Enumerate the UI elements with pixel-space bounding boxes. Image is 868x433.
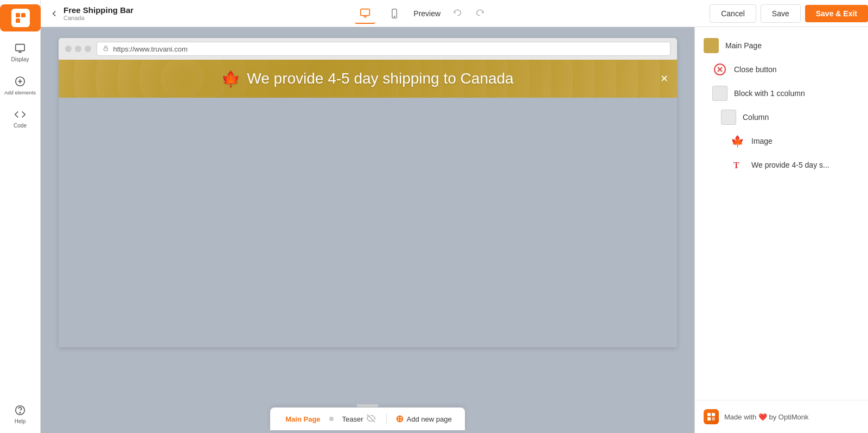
right-panel: Elements Main Page Close button Block (694, 0, 868, 433)
optimonk-footer-text: Made with ❤️ by OptiMonk (724, 413, 808, 421)
header-center: Preview (133, 3, 710, 24)
save-exit-button[interactable]: Save & Exit (805, 5, 868, 22)
block-1col-label: Block with 1 ccolumn (734, 89, 805, 98)
optimonk-footer: Made with ❤️ by OptiMonk (695, 400, 868, 433)
add-page-plus-icon: ⊕ (395, 413, 404, 425)
main-page-tab-label: Main Page (285, 415, 320, 423)
browser-dot-3 (85, 46, 91, 52)
tab-divider (386, 413, 387, 424)
canada-flag-emoji: 🍁 (221, 70, 240, 88)
header-right-actions: Cancel Save Save & Exit (710, 4, 868, 23)
tab-teaser[interactable]: Teaser (334, 411, 384, 428)
scroll-handle (41, 401, 694, 407)
block-1col-icon (712, 86, 727, 101)
sidebar-add-elements-label: Add elements (4, 90, 36, 95)
shipping-bar-message: 🍁 We provide 4-5 day shipping to Canada (221, 70, 513, 88)
app-logo-icon (11, 9, 30, 27)
sidebar-help-label: Help (15, 418, 26, 424)
element-main-page[interactable]: Main Page (695, 34, 868, 58)
main-page-label: Main Page (725, 41, 762, 50)
element-close-button[interactable]: Close button (695, 58, 868, 81)
shipping-bar-text: We provide 4-5 day shipping to Canada (247, 70, 513, 87)
left-sidebar: Display Add elements Code Help (0, 0, 41, 433)
svg-rect-3 (21, 18, 25, 23)
svg-rect-0 (16, 13, 20, 17)
svg-rect-1 (21, 13, 25, 17)
header-title: Free Shipping Bar (63, 5, 133, 15)
svg-point-16 (394, 16, 395, 16)
top-header: Free Shipping Bar Canada Preview (41, 0, 868, 27)
svg-rect-24 (712, 413, 715, 416)
bottom-tabs-inner: Main Page Teaser ⊕ Add new page (270, 407, 464, 430)
sidebar-item-code[interactable]: Code (0, 102, 40, 135)
sidebar-item-help[interactable]: Help (14, 404, 26, 424)
cancel-button[interactable]: Cancel (710, 4, 756, 23)
text-icon: T (730, 157, 745, 173)
svg-text:T: T (733, 160, 739, 170)
main-page-icon (704, 38, 719, 53)
element-column[interactable]: Column (695, 105, 868, 129)
browser-dot-2 (75, 46, 81, 52)
image-label: Image (751, 137, 773, 145)
lock-icon (103, 45, 109, 53)
svg-point-11 (20, 412, 20, 413)
undo-redo-controls (449, 5, 488, 22)
column-icon (721, 110, 736, 125)
shipping-bar: 🍁 We provide 4-5 day shipping to Canada … (59, 60, 677, 98)
shipping-bar-close-button[interactable]: ✕ (660, 73, 668, 85)
save-button[interactable]: Save (761, 4, 801, 23)
svg-rect-17 (104, 48, 107, 50)
svg-rect-23 (707, 413, 711, 416)
tab-main-page[interactable]: Main Page (277, 412, 329, 426)
preview-label: Preview (413, 9, 441, 18)
element-text[interactable]: T We provide 4-5 day s... (695, 153, 868, 177)
close-button-icon (712, 62, 727, 77)
elements-list: Main Page Close button Block with 1 ccol… (695, 27, 868, 400)
close-button-label: Close button (734, 65, 777, 74)
sidebar-code-label: Code (14, 123, 27, 129)
bottom-tabs: Main Page Teaser ⊕ Add new page (41, 403, 694, 433)
svg-rect-12 (361, 9, 370, 15)
header-subtitle: Canada (63, 15, 133, 21)
svg-rect-4 (16, 44, 25, 51)
text-label: We provide 4-5 day s... (751, 161, 829, 169)
browser-dot-1 (65, 46, 72, 52)
sidebar-display-label: Display (11, 56, 29, 62)
browser-toolbar: https://www.truvani.com (59, 38, 677, 60)
desktop-view-button[interactable] (355, 3, 375, 24)
add-new-page-button[interactable]: ⊕ Add new page (389, 410, 458, 428)
scroll-handle-bar (357, 404, 379, 407)
column-label: Column (743, 113, 769, 122)
browser-mockup: https://www.truvani.com 🍁 We provide 4-5… (59, 38, 677, 347)
back-button[interactable] (49, 9, 59, 18)
teaser-hidden-icon (367, 414, 375, 424)
optimonk-logo (704, 409, 719, 424)
app-logo (0, 4, 41, 31)
browser-dots (65, 46, 91, 52)
url-text: https://www.truvani.com (113, 45, 188, 53)
svg-rect-2 (16, 18, 20, 23)
sidebar-item-add-elements[interactable]: Add elements (0, 69, 40, 102)
browser-content: 🍁 We provide 4-5 day shipping to Canada … (59, 60, 677, 347)
svg-rect-25 (707, 417, 711, 421)
browser-address-bar[interactable]: https://www.truvani.com (97, 42, 671, 56)
header-title-block: Free Shipping Bar Canada (63, 5, 133, 21)
element-block-1col[interactable]: Block with 1 ccolumn (695, 81, 868, 105)
element-image[interactable]: 🍁 Image (695, 129, 868, 153)
redo-button[interactable] (471, 5, 488, 22)
teaser-tab-label: Teaser (342, 415, 363, 423)
add-page-label: Add new page (407, 415, 452, 423)
tab-separator-dot (329, 417, 334, 421)
undo-button[interactable] (449, 5, 467, 22)
mobile-view-button[interactable] (384, 3, 405, 24)
main-preview-area: https://www.truvani.com 🍁 We provide 4-5… (41, 27, 694, 433)
image-flag-icon: 🍁 (730, 133, 745, 149)
header-back-section: Free Shipping Bar Canada (41, 5, 133, 21)
sidebar-item-display[interactable]: Display (0, 36, 40, 69)
svg-rect-26 (712, 417, 715, 421)
